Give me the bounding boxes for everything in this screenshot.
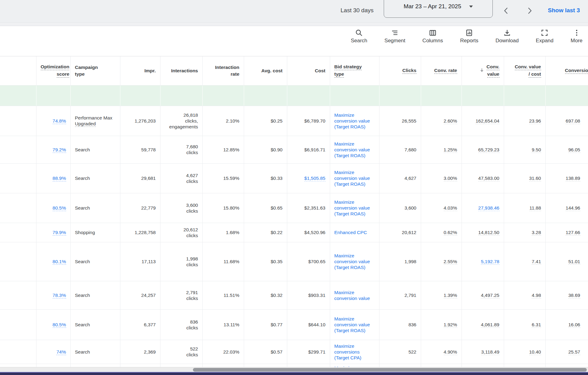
campaign-type-text: Shopping: [75, 229, 116, 235]
toolbar-expand-button[interactable]: Expand: [536, 29, 554, 44]
cost-value: $4,520.96: [304, 230, 326, 235]
interactions-line: 7,680: [165, 144, 198, 150]
bid-strategy-link[interactable]: Maximize conversion value (Target ROAS): [334, 169, 375, 187]
optimization-score-link[interactable]: 74%: [56, 349, 66, 355]
optimization-score-link[interactable]: 88.9%: [53, 176, 66, 181]
cost-value: $903.31: [308, 293, 325, 298]
optimization-score-link[interactable]: 80.1%: [53, 259, 66, 265]
cell-blank: [0, 364, 36, 367]
col-header-clicks[interactable]: Clicks: [379, 56, 421, 85]
cell-bid-strategy: Maximize conversion value (Target ROAS): [330, 242, 379, 281]
cell-campaign-type: Search: [70, 163, 120, 193]
cell-campaign-type: Search: [70, 340, 120, 364]
col-header-cost[interactable]: Cost: [287, 56, 330, 85]
interactions-line: clicks: [165, 262, 198, 267]
summary-cell-interaction-rate: [202, 85, 244, 106]
summary-cell-interactions: [160, 85, 202, 106]
cell-clicks: 26,555: [379, 106, 421, 136]
bid-strategy-link[interactable]: Maximize conversion value (Target ROAS): [334, 199, 375, 217]
toolbar-segment-button[interactable]: Segment: [384, 29, 405, 44]
toolbar-download-button[interactable]: Download: [496, 29, 519, 44]
bid-strategy-link[interactable]: Maximize conversion value (Target ROAS): [334, 253, 375, 270]
cell-interaction-rate: 11.68%: [202, 242, 244, 281]
conv-rate-value: 4.90%: [444, 349, 457, 355]
cell-impressions: 17,113: [120, 242, 160, 281]
conversions-value: 127.66: [566, 230, 580, 236]
optimization-score-link[interactable]: 74.8%: [53, 118, 66, 124]
cell-conv-value: 5,192.78: [462, 242, 504, 281]
summary-cell-impressions: [120, 85, 160, 106]
cell-cost: [287, 364, 330, 367]
cost-link[interactable]: $1,505.85: [304, 176, 326, 181]
col-header-conv-rate[interactable]: Conv. rate: [421, 56, 462, 85]
interactions-line: 4,627: [165, 172, 198, 178]
cell-conv-rate: 4.03%: [421, 193, 462, 223]
scrollbar-thumb[interactable]: [193, 368, 587, 372]
cell-cost: $6,789.70: [287, 106, 330, 136]
bid-strategy-link[interactable]: Enhanced CPC: [334, 229, 367, 235]
cell-campaign-type: Shopping: [70, 223, 120, 242]
cell-conv-rate: 4.90%: [421, 340, 462, 364]
summary-cell-avg-cost: [244, 85, 287, 106]
col-header-conv-value[interactable]: Conv.value: [462, 56, 504, 85]
cell-conv-rate: 1.25%: [421, 136, 462, 163]
bid-strategy-link[interactable]: Maximize conversion value (Target ROAS): [334, 316, 375, 333]
cell-cost: $903.31: [287, 281, 330, 309]
bid-strategy-link[interactable]: Maximize conversion value (Target ROAS): [334, 141, 375, 158]
table-row: 74%Search2,369522clicks22.03%$0.57$299.7…: [0, 340, 588, 364]
cell-interaction-rate: [202, 364, 244, 367]
cell-optimization-score: 74.8%: [36, 106, 70, 136]
cell-interaction-rate: 1.68%: [202, 223, 244, 242]
cell-avg-cost: $0.33: [244, 163, 287, 193]
next-period-button[interactable]: [525, 6, 534, 16]
col-header-interactions[interactable]: Interactions: [160, 56, 202, 85]
horizontal-scrollbar[interactable]: [0, 367, 588, 372]
optimization-score-link[interactable]: 79.9%: [53, 230, 66, 236]
previous-period-button[interactable]: [502, 6, 511, 16]
cell-bid-strategy: Maximize conversion value: [330, 281, 379, 309]
toolbar-search-button[interactable]: Search: [351, 29, 367, 44]
conv-value-link[interactable]: 5,192.78: [481, 259, 499, 265]
col-header-label: Conversions: [565, 67, 588, 74]
optimization-score-link[interactable]: 80.5%: [53, 322, 66, 328]
window-bottom-edge: [0, 372, 588, 375]
show-last-link[interactable]: Show last 3: [548, 7, 580, 14]
date-preset-label[interactable]: Last 30 days: [341, 7, 374, 14]
col-header-interaction-rate[interactable]: Interactionrate: [202, 56, 244, 85]
toolbar-columns-button[interactable]: Columns: [422, 29, 443, 44]
cell-optimization-score: 80.5%: [36, 309, 70, 340]
conv-value-per-cost-value: 3.28: [532, 230, 541, 236]
cell-conversions: 38.69: [545, 281, 588, 309]
conv-value-link[interactable]: 27,938.46: [478, 205, 499, 211]
cell-interactions: 3,600clicks: [160, 193, 202, 223]
cell-avg-cost: $0.25: [244, 106, 287, 136]
col-header-conversions[interactable]: Conversions: [545, 56, 588, 85]
optimization-score-link[interactable]: 79.2%: [53, 147, 66, 153]
col-header-conv-value-per-cost[interactable]: Conv. value/ cost: [504, 56, 545, 85]
col-header-bid-strategy-type[interactable]: Bid strategytype: [330, 56, 379, 85]
bid-strategy-link[interactable]: Maximize conversions (Target CPA): [334, 343, 375, 361]
col-header-label: Cost: [315, 68, 325, 74]
conv-rate-value: 3.00%: [444, 176, 457, 181]
col-header-avg-cost[interactable]: Avg. cost: [244, 56, 287, 85]
date-range-picker[interactable]: Mar 23 – Apr 21, 2025: [384, 0, 493, 18]
summary-cell-cost: [287, 85, 330, 106]
toolbar-more-button[interactable]: More: [571, 29, 582, 44]
conv-rate-value: 1.39%: [444, 293, 457, 298]
cell-avg-cost: [244, 364, 287, 367]
bid-strategy-link[interactable]: Maximize conversion value: [334, 290, 375, 301]
col-header-optimization-score[interactable]: Optimizationscore: [36, 56, 70, 85]
conv-rate-value: 2.55%: [444, 259, 457, 265]
bid-strategy-link[interactable]: Maximize conversion value (Target ROAS): [334, 112, 375, 130]
table-toolbar: SearchSegmentColumnsReportsDownloadExpan…: [351, 29, 582, 44]
cost-value: $6,916.71: [304, 147, 326, 152]
optimization-score-link[interactable]: 78.3%: [53, 293, 66, 298]
optimization-score-link[interactable]: 80.5%: [53, 205, 66, 211]
cell-avg-cost: $0.57: [244, 340, 287, 364]
col-header-campaign-type[interactable]: Campaigntype: [70, 56, 120, 85]
conv-rate-value: 2.60%: [444, 118, 457, 124]
col-header-impressions[interactable]: Impr.: [120, 56, 160, 85]
toolbar-reports-button[interactable]: Reports: [460, 29, 478, 44]
conv-value-value: 162,654.04: [476, 118, 499, 124]
more-icon: [573, 29, 581, 37]
